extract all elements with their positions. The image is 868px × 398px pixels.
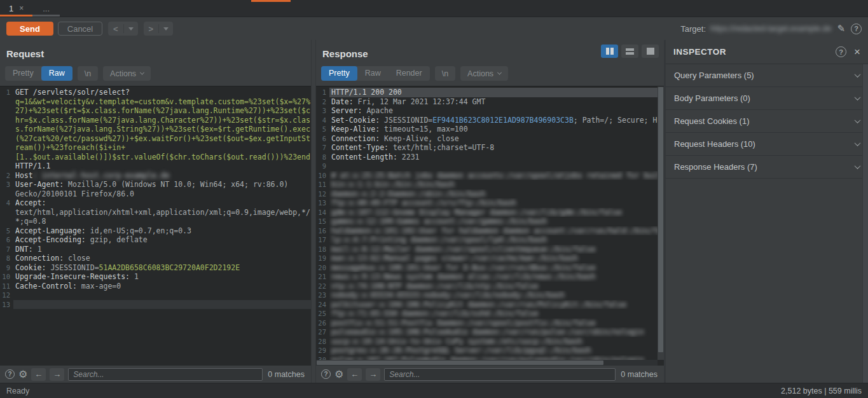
code-line[interactable]: 17lp:x:4:7:Printing daemon:/var/spool/lp… — [316, 235, 664, 245]
code-line[interactable]: 2Date: Fri, 12 Mar 2021 12:37:44 GMT — [316, 97, 664, 107]
search-input[interactable] — [384, 368, 616, 381]
send-button[interactable]: Send — [6, 22, 53, 36]
help-icon[interactable]: ? — [836, 46, 846, 57]
code-line[interactable]: 11Cache-Control: max-age=0 — [0, 282, 311, 291]
code-line[interactable]: 6Connection: Keep-Alive, close — [316, 134, 664, 144]
tab-pretty[interactable]: Pretty — [5, 66, 41, 81]
tab-render[interactable]: Render — [389, 66, 430, 81]
line-number: 1 — [316, 88, 329, 97]
code-line-text: GET /servlets/solr/select?q=1&&wt=veloci… — [13, 88, 311, 171]
code-line[interactable]: 27pulseaudio:x:105:108:PulseAudio daemon… — [316, 327, 664, 337]
help-icon[interactable]: ? — [321, 369, 331, 379]
gear-icon[interactable]: ⚙ — [18, 369, 27, 380]
code-line[interactable]: 12daemon:x:2:2:Daemon:/sbin:/bin/bash — [316, 189, 664, 199]
history-back-button[interactable]: < — [108, 22, 138, 36]
line-number: 26 — [316, 319, 329, 328]
code-line[interactable]: 11bin:x:1:1:bin:/bin:/bin/bash — [316, 180, 664, 189]
tab-newline[interactable]: \n — [78, 66, 98, 81]
line-number: 24 — [316, 300, 329, 310]
chevron-down-icon — [855, 71, 861, 78]
inspector-section-request-headers-10[interactable]: Request Headers (10) — [666, 133, 868, 156]
code-line[interactable]: 29postgres:x:26:26:PostgreSQL Server:/va… — [316, 346, 664, 355]
code-line[interactable]: 18mail:x:8:12:Mailer daemon:/var/spool/c… — [316, 245, 664, 254]
code-line-text: Accept-Encoding: gzip, deflate — [13, 235, 311, 245]
section-label: Request Cookies (1) — [674, 116, 750, 126]
response-editor[interactable]: 1HTTP/1.1 200 2002Date: Fri, 12 Mar 2021… — [316, 86, 664, 366]
code-line[interactable]: 23nobody:x:65534:65533:nobody:/var/lib/n… — [316, 291, 664, 300]
help-icon[interactable]: ? — [5, 369, 15, 379]
code-line[interactable]: 1HTTP/1.1 200 200 — [316, 88, 664, 97]
search-prev-button[interactable]: ← — [31, 368, 46, 381]
search-input[interactable] — [68, 368, 263, 381]
code-line[interactable]: 26postfix:x:51:51:Postfix Daemon:/var/sp… — [316, 319, 664, 328]
history-forward-button[interactable]: > — [144, 22, 174, 36]
code-line[interactable]: 5Keep-Alive: timeout=15, max=100 — [316, 125, 664, 134]
code-line[interactable]: 1GET /servlets/solr/select?q=1&&wt=veloc… — [0, 88, 311, 171]
request-editor[interactable]: 1GET /servlets/solr/select?q=1&&wt=veloc… — [0, 86, 311, 366]
tab-pretty[interactable]: Pretty — [321, 66, 357, 81]
search-prev-button[interactable]: ← — [347, 368, 362, 381]
code-line[interactable]: 4Accept: text/html,application/xhtml+xml… — [0, 198, 311, 226]
line-number: 4 — [0, 198, 13, 226]
code-line[interactable]: 15games:x:12:100:Games account:/var/game… — [316, 217, 664, 226]
code-line[interactable]: 3Server: Apache — [316, 106, 664, 116]
code-line[interactable]: 25ftp:x:71:65:SSH daemon:/var/lib/sshd:/… — [316, 309, 664, 319]
close-icon[interactable]: × — [19, 4, 24, 13]
vertical-scrollbar[interactable] — [658, 86, 664, 360]
inspector-scrollbar-track[interactable] — [862, 64, 868, 383]
code-line[interactable]: 8Connection: close — [0, 254, 311, 263]
code-line[interactable]: 6Accept-Encoding: gzip, deflate — [0, 235, 311, 245]
tab-raw[interactable]: Raw — [41, 66, 72, 81]
code-line[interactable]: 22ntp:x:74:108:NTP daemon:/var/lib/ntp:/… — [316, 282, 664, 291]
status-bar: Ready 2,512 bytes | 559 millis — [0, 383, 868, 398]
code-line[interactable]: 12 — [0, 291, 311, 300]
code-line[interactable]: 14gdm:x:107:112:Gnome Display Manager da… — [316, 208, 664, 217]
edit-pencil-icon[interactable]: ✎ — [837, 23, 845, 34]
code-line[interactable]: 28uucp:x:10:14:Unix-to-Unix CoPy system:… — [316, 337, 664, 347]
code-line[interactable]: 20messagebus:x:100:101:User for D-Bus:/v… — [316, 263, 664, 273]
code-line[interactable]: 13ftp:x:40:49:FTP account:/srv/ftp:/bin/… — [316, 198, 664, 208]
gear-icon[interactable]: ⚙ — [334, 369, 343, 380]
code-line[interactable]: 19man:x:13:62:Manual pages viewer:/var/c… — [316, 254, 664, 263]
target-value-redacted[interactable]: https://redacted-target.example.de — [710, 24, 831, 33]
actions-dropdown[interactable]: Actions — [460, 66, 508, 81]
repeater-tab-1[interactable]: 1 × — [0, 0, 32, 17]
code-line[interactable]: 13 — [0, 300, 311, 310]
help-icon[interactable]: ? — [851, 24, 862, 34]
actions-dropdown[interactable]: Actions — [103, 66, 151, 81]
code-line[interactable]: 7Content-Type: text/html;charset=UTF-8 — [316, 143, 664, 153]
scrollbar-thumb[interactable] — [317, 360, 603, 365]
line-number: 8 — [0, 254, 13, 263]
code-line[interactable]: 16haldaemon:x:101:102:User for haldaemon… — [316, 226, 664, 236]
scrollbar-thumb[interactable] — [658, 87, 663, 352]
inspector-section-body-parameters-0[interactable]: Body Parameters (0) — [666, 87, 868, 110]
code-line[interactable]: 10# at:x:25:25:Batch jobs daemon account… — [316, 171, 664, 181]
horizontal-scrollbar[interactable] — [316, 360, 658, 366]
panel-splitter[interactable] — [311, 40, 316, 383]
code-line[interactable]: 9Cookie: JSESSIONID=51AA2DB658C6083BC297… — [0, 263, 311, 273]
tab-raw[interactable]: Raw — [357, 66, 389, 81]
code-line[interactable]: 24polkituser:x:104:106:PolicyKit daemon:… — [316, 300, 664, 310]
code-line[interactable]: 9 — [316, 161, 664, 171]
close-icon[interactable]: × — [854, 46, 860, 57]
code-line[interactable]: 10Upgrade-Insecure-Requests: 1 — [0, 272, 311, 282]
code-line-text: games:x:12:100:Games account:/var/games:… — [329, 217, 664, 226]
code-line[interactable]: 5Accept-Language: id,en-US;q=0.7,en;q=0.… — [0, 226, 311, 236]
inspector-section-response-headers-7[interactable]: Response Headers (7) — [666, 156, 868, 179]
code-line[interactable]: 7DNT: 1 — [0, 245, 311, 254]
tab-newline[interactable]: \n — [435, 66, 455, 81]
code-line[interactable]: 4Set-Cookie: JSESSIONID=EF9441B623C8012E… — [316, 116, 664, 125]
inspector-section-query-parameters-5[interactable]: Query Parameters (5) — [666, 64, 868, 87]
layout-single-button[interactable] — [642, 45, 659, 58]
repeater-tab-more[interactable]: ... — [32, 0, 60, 17]
cancel-button[interactable]: Cancel — [58, 22, 102, 36]
layout-columns-button[interactable] — [601, 45, 618, 58]
search-next-button[interactable]: → — [366, 368, 380, 381]
code-line[interactable]: 3User-Agent: Mozilla/5.0 (Windows NT 10.… — [0, 180, 311, 198]
code-line[interactable]: 8Content-Length: 2231 — [316, 153, 664, 162]
layout-rows-button[interactable] — [621, 45, 638, 58]
code-line[interactable]: 2Host: internal-host.corp-example.de — [0, 171, 311, 181]
inspector-section-request-cookies-1[interactable]: Request Cookies (1) — [666, 110, 868, 133]
search-next-button[interactable]: → — [50, 368, 64, 381]
code-line[interactable]: 21news:x:9:13:News system daemon alias:/… — [316, 272, 664, 282]
